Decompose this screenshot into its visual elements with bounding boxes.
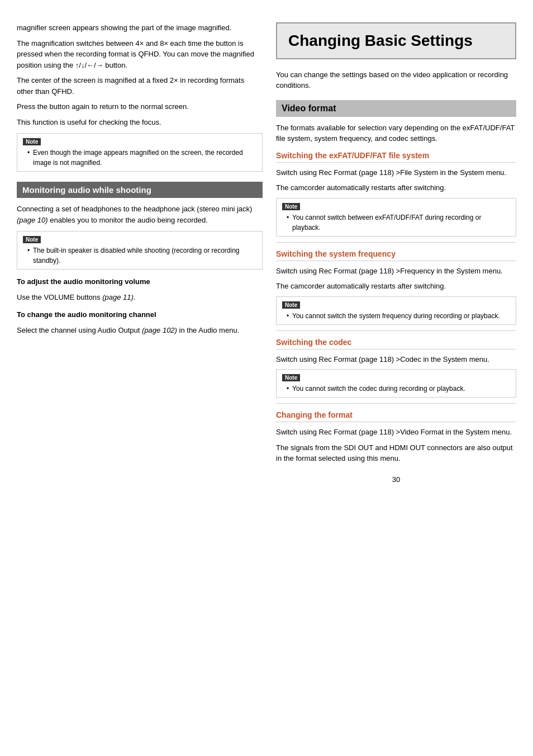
subsection-frequency-body: Switch using Rec Format (page 118) >Freq… bbox=[276, 266, 516, 292]
left-column: magnifier screen appears showing the par… bbox=[17, 22, 263, 734]
left-text-area: magnifier screen appears showing the par… bbox=[17, 22, 263, 336]
subsection-codec-body: Switch using Rec Format (page 118) >Code… bbox=[276, 354, 516, 365]
para-3: The center of the screen is magnified at… bbox=[17, 75, 263, 97]
exfat-note-item: You cannot switch between exFAT/UDF/FAT … bbox=[287, 212, 510, 233]
note-label: Note bbox=[23, 138, 41, 145]
divider-1 bbox=[276, 242, 516, 243]
divider-2 bbox=[276, 330, 516, 331]
subsection-codec-note: Note You cannot switch the codec during … bbox=[276, 369, 516, 398]
codec-note-item: You cannot switch the codec during recor… bbox=[287, 384, 510, 394]
para-5: This function is useful for checking the… bbox=[17, 117, 263, 128]
page-number: 30 bbox=[276, 475, 516, 484]
channel-heading: To change the audio monitoring channel bbox=[17, 309, 263, 320]
video-format-intro: The formats available for selection vary… bbox=[276, 122, 516, 144]
subsection-frequency-title: Switching the system frequency bbox=[276, 249, 516, 261]
frequency-note-list: You cannot switch the system frequency d… bbox=[282, 311, 510, 321]
main-title: Changing Basic Settings bbox=[288, 31, 504, 50]
subsection-format-title: Changing the format bbox=[276, 410, 516, 422]
codec-note-list: You cannot switch the codec during recor… bbox=[282, 384, 510, 394]
frequency-note-label: Note bbox=[282, 301, 300, 309]
exfat-note-list: You cannot switch between exFAT/UDF/FAT … bbox=[282, 212, 510, 233]
subsection-exfat-note: Note You cannot switch between exFAT/UDF… bbox=[276, 198, 516, 237]
right-intro: You can change the settings based on the… bbox=[276, 69, 516, 91]
subsection-frequency-note: Note You cannot switch the system freque… bbox=[276, 296, 516, 325]
video-format-title-bar: Video format bbox=[276, 100, 516, 117]
para-1: magnifier screen appears showing the par… bbox=[17, 22, 263, 34]
page-container: magnifier screen appears showing the par… bbox=[0, 0, 533, 756]
frequency-note-item: You cannot switch the system frequency d… bbox=[287, 311, 510, 321]
monitoring-note-list: The built-in speaker is disabled while s… bbox=[23, 245, 256, 266]
monitoring-note-box: Note The built-in speaker is disabled wh… bbox=[17, 231, 263, 270]
volume-heading: To adjust the audio monitoring volume bbox=[17, 276, 263, 287]
exfat-note-label: Note bbox=[282, 203, 300, 210]
right-column: Changing Basic Settings You can change t… bbox=[276, 22, 516, 734]
monitoring-section-heading: Monitoring audio while shooting bbox=[17, 182, 263, 198]
monitoring-note-label: Note bbox=[23, 236, 41, 243]
magnifier-note-item: Even though the image appears magnified … bbox=[27, 148, 256, 168]
subsection-format-body: Switch using Rec Format (page 118) >Vide… bbox=[276, 427, 516, 464]
magnifier-note-box: Note Even though the image appears magni… bbox=[17, 133, 263, 172]
channel-text: Select the channel using Audio Output (p… bbox=[17, 325, 263, 336]
main-title-box: Changing Basic Settings bbox=[276, 22, 516, 59]
para-2: The magnification switches between 4× an… bbox=[17, 38, 263, 71]
subsection-exfat-body: Switch using Rec Format (page 118) >File… bbox=[276, 167, 516, 193]
magnifier-note-list: Even though the image appears magnified … bbox=[23, 148, 256, 168]
subsection-exfat-title: Switching the exFAT/UDF/FAT file system bbox=[276, 151, 516, 163]
video-format-intro-text: The formats available for selection vary… bbox=[276, 122, 516, 144]
subsection-codec-title: Switching the codec bbox=[276, 338, 516, 349]
monitoring-intro: Connecting a set of headphones to the he… bbox=[17, 204, 263, 225]
codec-note-label: Note bbox=[282, 374, 300, 381]
right-intro-text: You can change the settings based on the… bbox=[276, 69, 516, 91]
para-4: Press the button again to return to the … bbox=[17, 101, 263, 112]
monitoring-note-item: The built-in speaker is disabled while s… bbox=[27, 245, 256, 266]
divider-3 bbox=[276, 403, 516, 404]
volume-text: Use the VOLUME buttons (page 11). bbox=[17, 292, 263, 303]
